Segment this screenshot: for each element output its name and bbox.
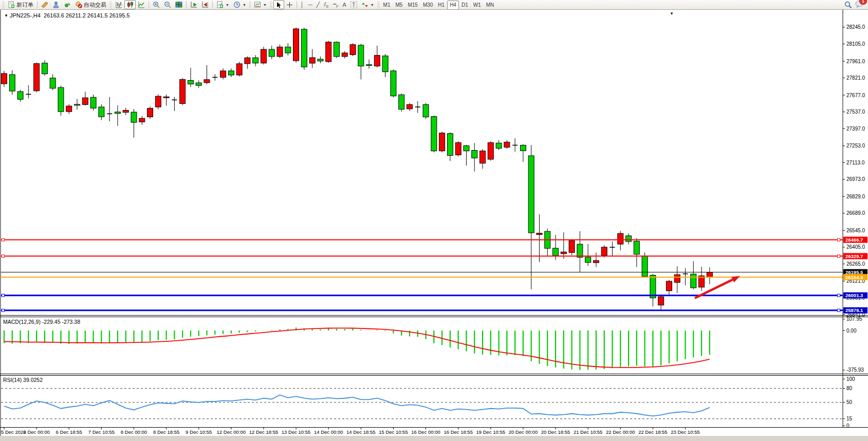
price-chart-svg[interactable]: 28245.028105.027961.027821.027677.027537…	[0, 0, 868, 441]
timeframe-button-W1[interactable]: W1	[471, 1, 484, 10]
new-chart-button[interactable]: ▼	[214, 0, 231, 9]
horizontal-line-tool-button[interactable]: ─	[306, 0, 315, 9]
bar-chart-icon	[115, 1, 122, 8]
channel-tool-button[interactable]: ⫽E	[322, 0, 331, 9]
templates-button[interactable]: ▼	[252, 0, 269, 9]
candlestick-chart-button[interactable]	[124, 0, 136, 9]
candle-body-bear	[99, 107, 104, 117]
timeframe-button-H4[interactable]: H4	[447, 1, 459, 10]
fibonacci-icon: ┅F	[333, 1, 339, 8]
timeframe-button-MN[interactable]: MN	[484, 1, 497, 10]
trendline-tool-button[interactable]: ╱	[314, 0, 322, 9]
price-axis-tick-label: 27253.0	[846, 143, 865, 149]
price-axis-tick-label: 26405.0	[846, 244, 865, 250]
indicator-window-arrow[interactable]: ▼	[670, 11, 674, 16]
rsi-axis-label: 80	[846, 385, 853, 391]
zoom-in-icon	[153, 1, 160, 8]
candle-body-bear	[196, 83, 201, 85]
candle-body-bull	[480, 151, 486, 163]
candlestick-chart-icon	[126, 1, 134, 8]
line-handle[interactable]	[2, 294, 5, 297]
candle-body-bull	[204, 80, 210, 83]
line-handle[interactable]	[838, 238, 840, 241]
candle-body-bear	[496, 143, 502, 148]
cursor-tool-button[interactable]	[273, 0, 284, 9]
chart-shift-icon	[201, 1, 209, 8]
candle-body-bear	[520, 145, 526, 151]
time-axis-label: 13 Dec 10:55	[282, 429, 311, 435]
timeframe-button-M30[interactable]: M30	[420, 1, 435, 10]
line-handle[interactable]	[2, 309, 5, 311]
time-axis-label: 12 Dec 18:55	[249, 429, 279, 435]
time-axis-label: 8 Dec 00:00	[121, 429, 147, 435]
candle-body-bull	[163, 97, 169, 98]
timeframe-button-M5[interactable]: M5	[393, 1, 405, 10]
candle-body-bull	[666, 281, 672, 291]
candle-body-bull	[309, 58, 315, 63]
rsi-axis-label: 0	[846, 423, 849, 429]
rsi-axis-label: 100	[846, 376, 855, 382]
terminal-button[interactable]	[62, 0, 73, 9]
chart-shift-button[interactable]	[199, 0, 211, 9]
price-axis-tick-label: 27677.0	[846, 93, 865, 98]
periodicity-button[interactable]: ▼	[231, 0, 248, 9]
fibonacci-tool-button[interactable]: ┅F	[331, 0, 341, 9]
line-handle[interactable]	[838, 294, 840, 297]
zoom-out-button[interactable]	[162, 0, 173, 9]
line-handle[interactable]	[838, 255, 840, 258]
candle-body-bear	[188, 80, 193, 84]
bar-chart-button[interactable]	[113, 0, 124, 9]
candle-body-bear	[626, 236, 632, 242]
new-order-button[interactable]: 新订单	[6, 0, 35, 9]
arrows-tool-button[interactable]: ▼	[359, 0, 376, 9]
timeframe-button-M15[interactable]: M15	[405, 1, 420, 10]
candle-body-bull	[537, 233, 542, 235]
timeframe-button-H1[interactable]: H1	[435, 1, 447, 10]
candle-body-bull	[155, 96, 161, 107]
vertical-line-tool-button[interactable]: │	[299, 0, 306, 9]
candle-body-bull	[180, 80, 186, 104]
clock-icon	[233, 1, 241, 8]
candle	[431, 116, 437, 153]
price-axis-tick-label: 28245.0	[846, 24, 865, 30]
price-axis-tick-label: 26545.0	[846, 228, 865, 233]
candle	[399, 94, 404, 112]
notifications-button[interactable]: 1	[855, 0, 864, 10]
symbol-dropdown-arrow[interactable]: ▼	[4, 13, 8, 18]
search-icon[interactable]	[844, 1, 852, 9]
price-axis-tick-label: 27397.0	[846, 126, 865, 132]
autotrading-button[interactable]: 自动交易	[73, 0, 108, 9]
tile-windows-icon	[175, 1, 182, 8]
rsi-axis-label: 50	[846, 399, 853, 405]
candle-body-bear	[464, 145, 469, 151]
candle-body-bear	[17, 91, 23, 99]
time-axis-label: 14 Dec 00:00	[314, 429, 343, 435]
price-axis-tick-label: 26689.0	[846, 210, 865, 216]
timeframe-button-M1[interactable]: M1	[381, 1, 393, 10]
line-chart-button[interactable]	[136, 0, 147, 9]
autotrading-icon	[75, 1, 82, 8]
candle-body-bull	[569, 241, 575, 252]
main-toolbar: 新订单 自动交易 ▼ ▼ ▼ │ ─ ╱ ⫽E ┅F A T ▼ M1M5M15…	[0, 0, 868, 10]
candle-body-bull	[34, 64, 40, 91]
candle-body-bear	[391, 71, 396, 96]
navigator-button[interactable]	[50, 0, 62, 9]
candle-body-bear	[228, 71, 234, 75]
candle-body-bear	[634, 241, 639, 254]
timeframe-button-D1[interactable]: D1	[459, 1, 471, 10]
market-watch-button[interactable]	[39, 0, 50, 9]
candle-body-bull	[293, 29, 299, 61]
line-handle[interactable]	[2, 255, 5, 258]
text-label-tool-button[interactable]: T	[348, 0, 359, 9]
macd-indicator-label: MACD(12,26,9) -229.45 -273.38	[3, 319, 80, 325]
line-handle[interactable]	[2, 238, 5, 241]
tile-windows-button[interactable]	[173, 0, 184, 9]
text-tool-button[interactable]: A	[341, 0, 348, 9]
candle-body-bull	[707, 272, 712, 277]
auto-scroll-button[interactable]	[188, 0, 199, 9]
arrow-objects-icon	[361, 2, 368, 8]
line-handle[interactable]	[838, 309, 840, 311]
price-line-label: 25876.1	[845, 307, 863, 313]
zoom-in-button[interactable]	[151, 0, 162, 9]
crosshair-tool-button[interactable]	[284, 0, 295, 9]
